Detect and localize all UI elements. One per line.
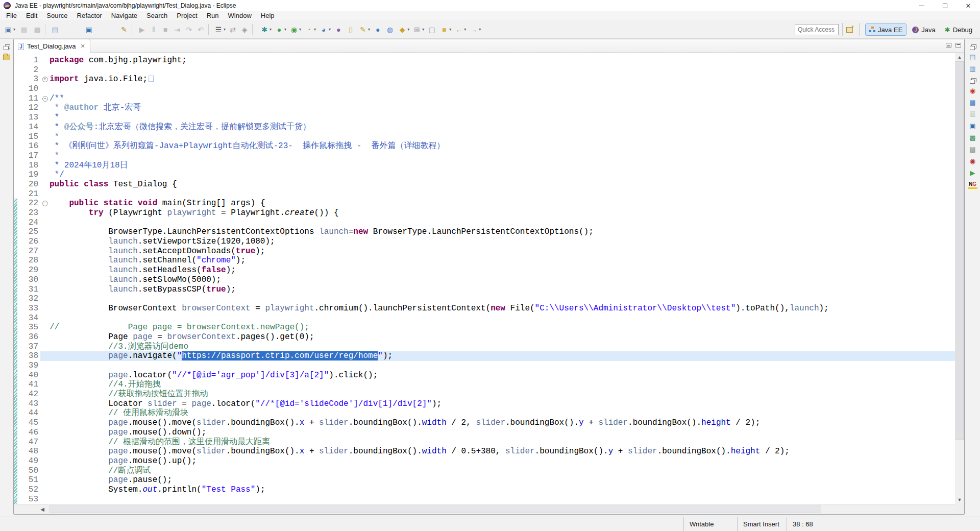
- line-number[interactable]: 14: [17, 123, 40, 132]
- fold-column[interactable]: [40, 332, 50, 342]
- external-tools-button[interactable]: ✱▾: [259, 23, 272, 36]
- fold-column[interactable]: [40, 418, 50, 428]
- fold-column[interactable]: [40, 361, 50, 371]
- line-number[interactable]: 23: [17, 208, 40, 218]
- restore-view-icon[interactable]: [4, 44, 10, 50]
- line-number[interactable]: 40: [17, 371, 40, 380]
- map-view-icon[interactable]: ▩: [968, 134, 977, 142]
- link-editor-button[interactable]: ⇄: [228, 23, 238, 36]
- fold-column[interactable]: [40, 218, 50, 228]
- fold-column[interactable]: [40, 342, 50, 352]
- fold-column[interactable]: [40, 371, 50, 380]
- tab-close-icon[interactable]: ✕: [80, 43, 85, 50]
- line-number[interactable]: 33: [17, 304, 40, 313]
- menu-source[interactable]: Source: [42, 11, 72, 20]
- clipboard-button[interactable]: ▯: [346, 23, 356, 36]
- new-servlet-button[interactable]: ▤: [50, 23, 60, 36]
- perspective-java[interactable]: JJava: [909, 23, 939, 36]
- user-view-icon[interactable]: ◉: [968, 87, 977, 95]
- menu-navigate[interactable]: Navigate: [107, 11, 142, 20]
- open-perspective-icon[interactable]: [846, 27, 853, 33]
- fold-column[interactable]: [40, 161, 50, 171]
- line-number[interactable]: 12: [17, 103, 40, 113]
- pin-editor-button[interactable]: ◈: [239, 23, 250, 36]
- line-number[interactable]: 41: [17, 380, 40, 390]
- user-remove-view-icon[interactable]: ◉: [968, 157, 977, 165]
- monitor-view-icon[interactable]: ▣: [968, 122, 977, 130]
- line-number[interactable]: 36: [17, 332, 40, 342]
- restore-view-icon-2[interactable]: [970, 78, 976, 83]
- fold-column[interactable]: [40, 247, 50, 256]
- line-number[interactable]: 21: [17, 189, 40, 199]
- scroll-down-icon[interactable]: ▼: [955, 496, 964, 504]
- fold-column[interactable]: [40, 313, 50, 323]
- line-number[interactable]: 44: [17, 408, 40, 418]
- line-number[interactable]: 51: [17, 475, 40, 485]
- browser-button[interactable]: ◍: [385, 23, 395, 36]
- fold-collapse-icon[interactable]: −: [42, 96, 48, 102]
- perspective-debug[interactable]: ✱Debug: [941, 23, 976, 36]
- vertical-scrollbar[interactable]: ▲ ▼: [955, 53, 964, 504]
- fold-column[interactable]: [40, 294, 50, 304]
- testng-view-icon[interactable]: NG: [968, 181, 977, 189]
- mark-occurrences-button[interactable]: ✎: [119, 23, 129, 36]
- line-number[interactable]: 30: [17, 275, 40, 285]
- fold-column[interactable]: [40, 189, 50, 199]
- menu-window[interactable]: Window: [224, 11, 256, 20]
- line-number[interactable]: 25: [17, 227, 40, 237]
- save-all-button[interactable]: ▩: [32, 23, 42, 36]
- perspective-java-ee[interactable]: Java EE: [865, 23, 906, 36]
- fold-column[interactable]: [40, 380, 50, 390]
- line-number[interactable]: 43: [17, 399, 40, 409]
- fold-column[interactable]: [40, 275, 50, 285]
- menu-project[interactable]: Project: [172, 11, 202, 20]
- line-number[interactable]: 31: [17, 285, 40, 295]
- fold-column[interactable]: [40, 475, 50, 485]
- line-number[interactable]: 34: [17, 313, 40, 323]
- line-number[interactable]: 19: [17, 170, 40, 180]
- console-button[interactable]: ▣: [84, 23, 94, 36]
- server-view-icon[interactable]: ▶: [968, 169, 977, 177]
- horizontal-scrollbar[interactable]: ◀: [14, 504, 955, 514]
- filter-view-icon[interactable]: ☰: [968, 110, 977, 118]
- next-annotation-button[interactable]: ☰▾: [213, 23, 226, 36]
- line-number[interactable]: 45: [17, 418, 40, 428]
- fold-column[interactable]: +: [40, 75, 50, 84]
- fold-column[interactable]: −: [40, 199, 50, 208]
- line-number[interactable]: 37: [17, 342, 40, 352]
- terminate-button[interactable]: ■: [160, 23, 170, 36]
- menu-file[interactable]: File: [2, 11, 21, 20]
- line-number[interactable]: 46: [17, 428, 40, 438]
- line-number[interactable]: 11: [17, 94, 40, 104]
- line-number[interactable]: 50: [17, 466, 40, 476]
- fold-column[interactable]: [40, 132, 50, 142]
- snippet-view-icon[interactable]: ▤: [968, 146, 977, 154]
- fold-column[interactable]: [40, 256, 50, 266]
- open-folder-button[interactable]: ■▾: [439, 23, 452, 36]
- restore-view-icon[interactable]: [970, 44, 976, 50]
- team-button[interactable]: ●: [333, 23, 344, 36]
- menu-help[interactable]: Help: [256, 11, 279, 20]
- line-number[interactable]: 53: [17, 495, 40, 504]
- fold-column[interactable]: [40, 428, 50, 438]
- fold-column[interactable]: [40, 180, 50, 189]
- fold-column[interactable]: [40, 495, 50, 504]
- fold-column[interactable]: [40, 103, 50, 113]
- collapsed-code-icon[interactable]: [149, 76, 154, 82]
- line-number[interactable]: 16: [17, 141, 40, 151]
- line-number[interactable]: 22: [17, 199, 40, 208]
- scroll-up-icon[interactable]: ▲: [955, 53, 964, 61]
- fold-column[interactable]: [40, 351, 50, 361]
- fold-column[interactable]: [40, 466, 50, 476]
- minimize-editor-icon[interactable]: [946, 43, 951, 47]
- line-number[interactable]: 49: [17, 456, 40, 466]
- vertical-scroll-thumb[interactable]: [955, 61, 964, 440]
- line-number[interactable]: 3: [17, 75, 40, 84]
- line-number[interactable]: 35: [17, 323, 40, 332]
- suspend-button[interactable]: ‖: [149, 23, 159, 36]
- project-explorer-icon[interactable]: [3, 55, 10, 60]
- fold-column[interactable]: [40, 227, 50, 237]
- web-globe-button[interactable]: ●: [373, 23, 383, 36]
- forward-button[interactable]: →▾: [469, 23, 481, 36]
- outline-view-icon[interactable]: ▤: [968, 53, 977, 61]
